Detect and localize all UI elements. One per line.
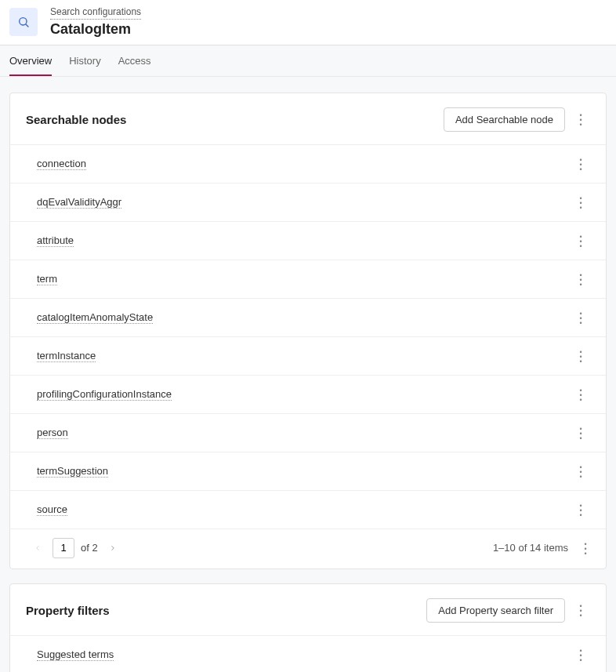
searchable-node-link[interactable]: attribute <box>37 234 74 247</box>
add-property-filter-button[interactable]: Add Property search filter <box>426 598 565 623</box>
page-of-label: of 2 <box>81 542 98 554</box>
searchable-nodes-panel: Searchable nodes Add Searchable node con… <box>9 93 607 569</box>
more-vertical-icon <box>579 234 582 248</box>
more-vertical-icon <box>579 603 582 617</box>
content-area: Searchable nodes Add Searchable node con… <box>0 77 616 672</box>
searchable-node-link[interactable]: catalogItemAnomalyState <box>37 311 153 324</box>
tab-access[interactable]: Access <box>118 45 151 76</box>
search-config-icon <box>9 8 38 36</box>
tabs-bar: OverviewHistoryAccess <box>0 45 616 77</box>
more-vertical-icon <box>579 503 582 517</box>
more-vertical-icon <box>579 272 582 286</box>
tab-history[interactable]: History <box>69 45 100 76</box>
searchable-node-row: connection <box>10 144 606 183</box>
property-filters-title: Property filters <box>26 604 110 617</box>
add-searchable-node-button[interactable]: Add Searchable node <box>444 107 565 132</box>
searchable-node-link[interactable]: term <box>37 273 57 285</box>
searchable-node-row-more-button[interactable] <box>571 153 590 175</box>
searchable-node-row-more-button[interactable] <box>571 307 590 329</box>
searchable-node-link[interactable]: profilingConfigurationInstance <box>37 388 172 401</box>
property-filters-more-button[interactable] <box>571 599 590 621</box>
searchable-node-row-more-button[interactable] <box>571 422 590 444</box>
searchable-node-row: source <box>10 490 606 529</box>
searchable-nodes-title: Searchable nodes <box>26 113 126 126</box>
page-header: Search configurations CatalogItem <box>0 0 616 45</box>
searchable-node-row: termSuggestion <box>10 452 606 490</box>
searchable-node-row: dqEvalValidityAggr <box>10 183 606 221</box>
prev-page-button[interactable] <box>29 539 46 557</box>
breadcrumb[interactable]: Search configurations <box>50 6 141 20</box>
more-vertical-icon <box>579 349 582 363</box>
more-vertical-icon <box>579 464 582 478</box>
property-filter-row: Suggested terms <box>10 635 606 672</box>
svg-line-1 <box>26 24 28 27</box>
searchable-node-row-more-button[interactable] <box>571 345 590 367</box>
searchable-node-link[interactable]: source <box>37 503 67 516</box>
property-filter-link[interactable]: Suggested terms <box>37 648 114 661</box>
searchable-node-row-more-button[interactable] <box>571 191 590 213</box>
more-vertical-icon <box>579 157 582 171</box>
searchable-node-link[interactable]: person <box>37 427 68 439</box>
tab-overview[interactable]: Overview <box>9 45 52 76</box>
more-vertical-icon <box>579 112 582 126</box>
searchable-node-row: termInstance <box>10 336 606 375</box>
searchable-node-link[interactable]: connection <box>37 158 86 170</box>
more-vertical-icon <box>579 426 582 440</box>
next-page-button[interactable] <box>104 539 121 557</box>
searchable-node-row: catalogItemAnomalyState <box>10 298 606 336</box>
searchable-node-row: profilingConfigurationInstance <box>10 375 606 413</box>
searchable-node-row-more-button[interactable] <box>571 460 590 482</box>
searchable-node-link[interactable]: termInstance <box>37 350 96 362</box>
searchable-nodes-more-button[interactable] <box>571 108 590 130</box>
searchable-node-link[interactable]: dqEvalValidityAggr <box>37 196 121 209</box>
page-title: CatalogItem <box>50 20 141 38</box>
more-vertical-icon <box>579 311 582 325</box>
searchable-node-row-more-button[interactable] <box>571 383 590 405</box>
searchable-node-row-more-button[interactable] <box>571 230 590 252</box>
more-vertical-icon <box>579 195 582 209</box>
more-vertical-icon <box>579 387 582 401</box>
searchable-node-link[interactable]: termSuggestion <box>37 465 108 478</box>
searchable-node-row: term <box>10 260 606 298</box>
more-vertical-icon <box>584 541 586 555</box>
more-vertical-icon <box>579 648 582 662</box>
page-range-label: 1–10 of 14 items <box>493 542 568 554</box>
searchable-node-row-more-button[interactable] <box>571 499 590 521</box>
searchable-node-row-more-button[interactable] <box>571 268 590 290</box>
searchable-node-row: person <box>10 413 606 452</box>
property-filters-panel: Property filters Add Property search fil… <box>9 583 607 672</box>
page-number-input[interactable] <box>53 538 74 558</box>
searchable-nodes-paginator: of 2 1–10 of 14 items <box>10 529 606 568</box>
searchable-node-row: attribute <box>10 221 606 260</box>
property-filter-row-more-button[interactable] <box>571 644 590 666</box>
paginator-more-button[interactable] <box>576 537 595 559</box>
